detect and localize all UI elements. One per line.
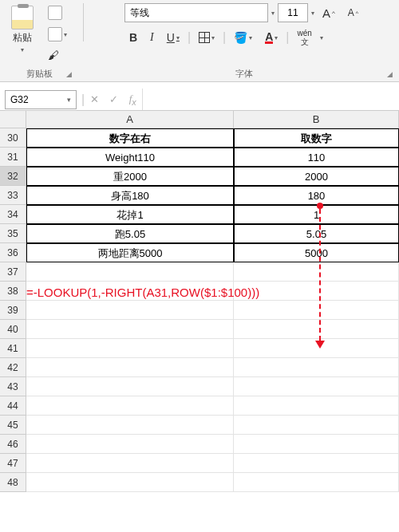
cell[interactable]: 重2000	[26, 167, 234, 186]
cell[interactable]	[234, 473, 399, 492]
cell[interactable]: 1	[234, 205, 399, 224]
cell[interactable]: 两地距离5000	[26, 243, 234, 262]
chevron-down-icon: ▾	[64, 31, 67, 38]
cell[interactable]	[26, 396, 234, 416]
borders-button[interactable]: ▾	[194, 30, 219, 45]
font-group: ▾ ▾ A^ A^ B I U ▾ | ▾ | 🪣 ▾ A ▾ | wén 文	[95, 3, 393, 80]
cell[interactable]: 5.05	[234, 224, 399, 243]
row-header[interactable]: 33	[0, 186, 26, 205]
bold-button[interactable]: B	[124, 29, 142, 46]
cell[interactable]: 数字在右	[26, 128, 234, 148]
chevron-down-icon: ▾	[67, 96, 71, 104]
font-color-icon: A	[265, 32, 273, 44]
cell[interactable]	[26, 358, 234, 377]
cell[interactable]	[26, 377, 234, 396]
copy-icon	[48, 27, 62, 41]
cell[interactable]	[234, 358, 399, 377]
formula-annotation[interactable]: =-LOOKUP(1,-RIGHT(A31,ROW($1:$100)))	[26, 282, 234, 301]
font-name-select[interactable]	[124, 3, 268, 22]
formula-input[interactable]	[142, 89, 399, 110]
cell[interactable]: 2000	[234, 167, 399, 186]
column-header[interactable]: B	[234, 111, 399, 128]
cell[interactable]	[234, 320, 399, 339]
row-header[interactable]: 41	[0, 339, 26, 358]
paste-button[interactable]: 粘贴 ▾	[6, 3, 38, 56]
font-color-button[interactable]: A ▾	[260, 30, 282, 46]
copy-button[interactable]: ▾	[43, 25, 72, 44]
chevron-down-icon: ▾	[211, 34, 215, 41]
select-all-corner[interactable]	[0, 111, 26, 128]
row-header[interactable]: 42	[0, 358, 26, 377]
cell[interactable]	[26, 416, 234, 435]
ribbon: 粘贴 ▾ ▾ 🖌 剪贴板 ◢ ▾ ▾ A^ A^ B I	[0, 0, 399, 82]
chevron-down-icon: ▾	[249, 34, 252, 41]
accept-formula-button[interactable]: ✓	[104, 93, 123, 105]
row-header[interactable]: 48	[0, 473, 26, 492]
row-header[interactable]: 43	[0, 377, 26, 396]
cell[interactable]	[26, 454, 234, 473]
font-dialog-launcher[interactable]: ◢	[387, 70, 393, 78]
underline-button[interactable]: U ▾	[162, 29, 184, 46]
row-header[interactable]: 36	[0, 243, 26, 262]
row-header[interactable]: 32	[0, 167, 26, 186]
increase-font-button[interactable]: A^	[318, 4, 340, 22]
row-header[interactable]: 31	[0, 148, 26, 167]
cell[interactable]	[234, 377, 399, 396]
fx-button[interactable]: fx	[123, 93, 142, 107]
formula-bar: G32 ▾ | ✕ ✓ fx	[0, 89, 399, 111]
cut-button[interactable]	[43, 3, 72, 22]
cancel-formula-button[interactable]: ✕	[85, 93, 104, 105]
fill-icon: 🪣	[234, 31, 247, 44]
column-header[interactable]: A	[26, 111, 234, 128]
row-header[interactable]: 35	[0, 224, 26, 243]
format-painter-button[interactable]: 🖌	[43, 46, 72, 67]
italic-button[interactable]: I	[145, 29, 159, 46]
cell[interactable]	[234, 396, 399, 416]
chevron-down-icon[interactable]: ▾	[320, 34, 323, 41]
font-group-label: 字体	[95, 68, 393, 80]
cell[interactable]: 身高180	[26, 186, 234, 205]
cell[interactable]	[234, 301, 399, 320]
cell[interactable]	[26, 320, 234, 339]
cell[interactable]	[26, 262, 234, 282]
row-header[interactable]: 46	[0, 435, 26, 454]
cell[interactable]	[26, 301, 234, 320]
separator	[83, 3, 84, 41]
name-box[interactable]: G32 ▾	[5, 90, 77, 109]
font-size-select[interactable]	[278, 3, 308, 22]
cell[interactable]	[234, 262, 399, 282]
clipboard-dialog-launcher[interactable]: ◢	[66, 70, 72, 78]
chevron-down-icon[interactable]: ▾	[271, 10, 275, 17]
cell[interactable]: 110	[234, 148, 399, 167]
cell[interactable]	[26, 339, 234, 358]
cell[interactable]: Weight110	[26, 148, 234, 167]
name-box-value: G32	[10, 94, 29, 105]
cell[interactable]	[234, 435, 399, 454]
border-icon	[199, 32, 210, 43]
cell[interactable]: 跑5.05	[26, 224, 234, 243]
cell[interactable]	[26, 473, 234, 492]
row-header[interactable]: 47	[0, 454, 26, 473]
cell[interactable]	[234, 282, 399, 301]
cell[interactable]: 花掉1	[26, 205, 234, 224]
row-header[interactable]: 39	[0, 301, 26, 320]
fill-color-button[interactable]: 🪣 ▾	[229, 29, 257, 46]
cell[interactable]: 取数字	[234, 128, 399, 148]
row-header[interactable]: 45	[0, 416, 26, 435]
cell[interactable]	[26, 435, 234, 454]
row-header[interactable]: 40	[0, 320, 26, 339]
cell[interactable]	[234, 454, 399, 473]
scissors-icon	[48, 6, 62, 20]
chevron-down-icon[interactable]: ▾	[311, 10, 314, 17]
cell[interactable]	[234, 339, 399, 358]
row-header[interactable]: 44	[0, 396, 26, 416]
decrease-font-button[interactable]: A^	[343, 5, 363, 21]
cell[interactable]: 5000	[234, 243, 399, 262]
row-header[interactable]: 34	[0, 205, 26, 224]
row-header[interactable]: 37	[0, 262, 26, 282]
row-header[interactable]: 38	[0, 282, 26, 301]
row-header[interactable]: 30	[0, 128, 26, 148]
pinyin-button[interactable]: wén 文	[292, 27, 316, 48]
cell[interactable]: 180	[234, 186, 399, 205]
cell[interactable]	[234, 416, 399, 435]
